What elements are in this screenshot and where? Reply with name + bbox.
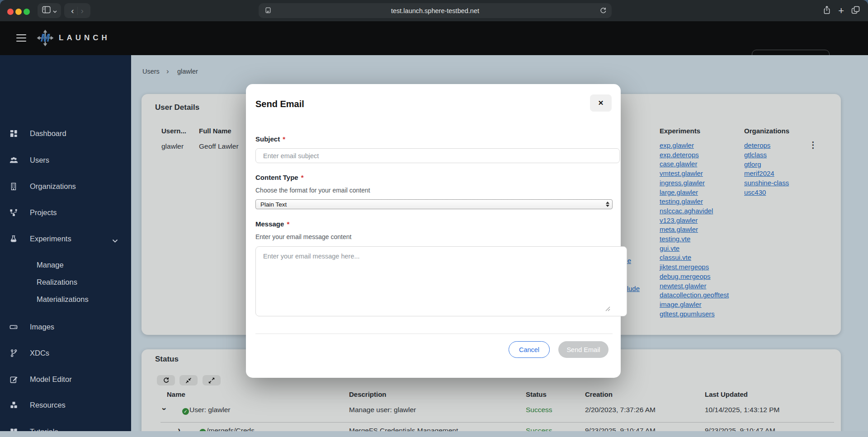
organizations-header: Organizations — [744, 127, 789, 135]
sidebar: Dashboard Users Organizations Projects E… — [0, 55, 131, 431]
sidebar-item-label: Manage — [37, 261, 64, 269]
chevron-down-icon[interactable] — [112, 236, 118, 244]
row-creation: 2/20/2023, 7:37:26 AM — [585, 406, 656, 414]
experiment-link[interactable]: v123.glawler — [660, 216, 729, 226]
sidebar-item-projects[interactable]: Projects — [0, 203, 131, 221]
content-type-select[interactable]: Plain Text — [255, 199, 613, 209]
window-zoom-button[interactable] — [24, 9, 30, 15]
flask-icon — [8, 235, 19, 243]
back-button[interactable]: ‹ — [68, 3, 77, 18]
sidebar-item-xdcs[interactable]: XDCs — [0, 344, 131, 362]
row-last-updated: 10/14/2025, 1:43:12 PM — [705, 406, 779, 414]
sidebar-item-images[interactable]: Images — [0, 318, 131, 336]
experiment-link[interactable]: nslccac.aghavidel — [660, 207, 729, 216]
reload-icon[interactable] — [599, 7, 607, 15]
experiment-link[interactable]: testing.vte — [660, 235, 729, 244]
sidebar-item-experiments[interactable]: Experiments — [0, 230, 131, 248]
organization-link[interactable]: gtlclass — [744, 150, 789, 160]
browser-sidebar-toggle[interactable] — [38, 3, 61, 18]
sidebar-item-dashboard[interactable]: Dashboard — [0, 124, 131, 142]
expand-all-button[interactable] — [203, 375, 221, 385]
resize-grip-icon[interactable] — [605, 305, 610, 313]
experiment-link[interactable]: datacollection.geofftest — [660, 291, 729, 300]
experiment-link[interactable]: gui.vte — [660, 244, 729, 254]
column-header-name: Name — [167, 390, 185, 398]
content-type-label: Content Type* — [255, 174, 304, 181]
close-icon: ✕ — [598, 99, 604, 107]
sidebar-item-materializations[interactable]: Materializations — [0, 290, 131, 308]
breadcrumb-chevron-icon: › — [166, 67, 169, 76]
safari-window: ‹ › test.launch.sphere-testbed.net — [0, 0, 868, 437]
sidebar-item-manage[interactable]: Manage — [0, 256, 131, 274]
share-icon[interactable] — [823, 5, 831, 16]
organization-link[interactable]: deterops — [744, 141, 789, 150]
sidebar-item-label: Users — [30, 156, 49, 164]
tab-overview-icon[interactable] — [851, 6, 860, 16]
sidebar-item-label: Model Editor — [30, 375, 72, 384]
experiment-link[interactable]: gtltest.gpumlusers — [660, 310, 729, 319]
experiments-link-list: exp.glawlerexp.deteropscase.glawlervmtes… — [660, 141, 729, 319]
window-close-button[interactable] — [7, 9, 14, 15]
menu-icon[interactable] — [16, 33, 26, 43]
row-description: Manage user: glawler — [349, 406, 416, 414]
app-logo[interactable]: M LAUNCH — [36, 29, 110, 47]
address-bar[interactable]: test.launch.sphere-testbed.net — [259, 3, 612, 18]
experiment-link[interactable]: classui.vte — [660, 253, 729, 263]
sidebar-item-label: Projects — [30, 208, 57, 217]
experiment-link[interactable]: testing.glawler — [660, 197, 729, 207]
organization-link[interactable]: sunshine-class — [744, 179, 789, 188]
close-button[interactable]: ✕ — [590, 94, 612, 112]
message-textarea[interactable] — [255, 246, 627, 316]
cancel-button[interactable]: Cancel — [509, 341, 550, 358]
window-minimize-button[interactable] — [15, 9, 22, 15]
chevron-down-icon[interactable]: › — [161, 408, 168, 410]
column-header-creation: Creation — [585, 390, 613, 398]
collapse-icon — [185, 377, 192, 384]
experiment-link[interactable]: newtest.glawler — [660, 282, 729, 291]
experiment-link[interactable]: jiktest.mergeops — [660, 263, 729, 272]
experiment-link[interactable]: exp.deterops — [660, 150, 729, 160]
git-branch-icon — [8, 349, 19, 357]
sidebar-item-model-editor[interactable]: Model Editor — [0, 370, 131, 388]
forward-button[interactable]: › — [78, 3, 87, 18]
projects-schema-icon — [8, 208, 19, 217]
sidebar-item-realizations[interactable]: Realizations — [0, 273, 131, 291]
sidebar-item-users[interactable]: Users — [0, 151, 131, 169]
experiment-link[interactable]: vmtest.glawler — [660, 169, 729, 179]
content-type-helper: Choose the format for your email content — [255, 187, 370, 194]
drive-icon — [8, 323, 19, 331]
kebab-menu-icon[interactable]: ⋮ — [809, 141, 817, 149]
message-label: Message* — [255, 220, 289, 228]
refresh-button[interactable] — [157, 375, 175, 385]
column-header-fullname: Full Name — [199, 127, 231, 135]
subject-label: Subject* — [255, 135, 285, 143]
url-text: test.launch.sphere-testbed.net — [391, 7, 479, 14]
users-icon — [8, 156, 19, 164]
sidebar-item-label: Resources — [30, 401, 66, 409]
sidebar-item-label: Images — [30, 323, 54, 331]
experiments-header: Experiments — [660, 127, 700, 135]
breadcrumb-current: glawler — [177, 68, 198, 75]
sidebar-item-resources[interactable]: Resources — [0, 396, 131, 414]
app-header: M LAUNCH Support ashuftw About — [0, 21, 868, 55]
experiment-link[interactable]: image.glawler — [660, 300, 729, 310]
resources-cubes-icon — [8, 401, 19, 409]
organization-link[interactable]: usc430 — [744, 188, 789, 197]
organization-building-icon — [8, 182, 19, 191]
experiment-link[interactable]: exp.glawler — [660, 141, 729, 150]
send-email-button[interactable]: Send Email — [558, 341, 609, 358]
collapse-all-button[interactable] — [179, 375, 198, 385]
page-reader-icon[interactable] — [264, 7, 272, 15]
experiment-link[interactable]: large.glawler — [660, 188, 729, 197]
organization-link[interactable]: merif2024 — [744, 169, 789, 179]
column-header-status: Status — [526, 390, 547, 398]
experiment-link[interactable]: case.glawler — [660, 160, 729, 169]
organization-link[interactable]: gtlorg — [744, 160, 789, 169]
sidebar-item-organizations[interactable]: Organizations — [0, 177, 131, 195]
experiment-link[interactable]: debug.mergeops — [660, 272, 729, 282]
experiment-link[interactable]: meta.glawler — [660, 225, 729, 235]
subject-input[interactable] — [255, 148, 620, 163]
experiment-link[interactable]: ingress.glawler — [660, 179, 729, 188]
new-tab-icon[interactable]: + — [838, 6, 844, 15]
breadcrumb-users[interactable]: Users — [142, 68, 160, 75]
